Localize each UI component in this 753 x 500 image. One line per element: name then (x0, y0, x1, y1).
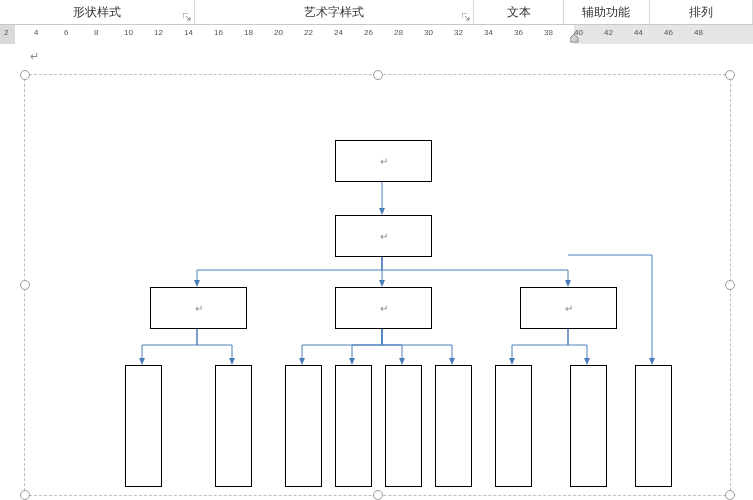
ribbon-group-label: 形状样式 (73, 4, 121, 21)
svg-marker-3 (379, 280, 385, 287)
resize-handle[interactable] (20, 490, 30, 500)
ribbon-group[interactable]: 形状样式 (0, 0, 195, 24)
ruler-tick: 18 (244, 28, 253, 37)
paragraph-mark: ↵ (30, 50, 39, 63)
org-chart-box[interactable]: ↵ (150, 287, 247, 329)
ribbon-group-label: 辅助功能 (582, 4, 630, 21)
box-text: ↵ (380, 303, 388, 314)
svg-marker-9 (399, 358, 405, 365)
resize-handle[interactable] (373, 70, 383, 80)
box-text: ↵ (565, 303, 573, 314)
ruler-tick: 30 (424, 28, 433, 37)
ruler-tick: 42 (604, 28, 613, 37)
ruler-tick: 36 (514, 28, 523, 37)
box-text: ↵ (380, 231, 388, 242)
ruler-tick: 34 (484, 28, 493, 37)
box-text: ↵ (380, 156, 388, 167)
ribbon: 形状样式艺术字样式文本辅助功能排列 (0, 0, 753, 25)
horizontal-ruler: 2468101214161820222426283032343638404244… (0, 25, 753, 46)
org-chart-box[interactable]: ↵ (335, 215, 432, 257)
svg-marker-4 (565, 280, 571, 287)
ribbon-group[interactable]: 辅助功能 (564, 0, 649, 24)
ruler-tick: 20 (274, 28, 283, 37)
svg-marker-8 (349, 358, 355, 365)
ruler-tick: 12 (154, 28, 163, 37)
dialog-launcher-icon[interactable] (462, 13, 470, 21)
ruler-tick: 28 (394, 28, 403, 37)
ruler-tick: 6 (64, 28, 68, 37)
org-chart-box[interactable] (635, 365, 672, 487)
ruler-tick: 32 (454, 28, 463, 37)
ribbon-group-label: 排列 (689, 4, 713, 21)
ruler-tick: 24 (334, 28, 343, 37)
svg-marker-6 (229, 358, 235, 365)
ruler-tick: 38 (544, 28, 553, 37)
ruler-tick: 16 (214, 28, 223, 37)
org-chart-box[interactable] (570, 365, 607, 487)
ruler-tick: 4 (34, 28, 38, 37)
org-chart-box[interactable] (385, 365, 422, 487)
svg-marker-7 (299, 358, 305, 365)
svg-marker-5 (139, 358, 145, 365)
ruler-tick: 46 (664, 28, 673, 37)
ruler-tick: 14 (184, 28, 193, 37)
ruler-tick: 10 (124, 28, 133, 37)
svg-marker-10 (449, 358, 455, 365)
ruler-tick: 2 (4, 28, 8, 37)
ribbon-group-label: 文本 (507, 4, 531, 21)
ribbon-group[interactable]: 排列 (650, 0, 753, 24)
org-chart-box[interactable]: ↵ (335, 140, 432, 182)
box-text: ↵ (195, 303, 203, 314)
ruler-tick: 8 (94, 28, 98, 37)
drawing-canvas[interactable]: ↵↵↵↵↵ (24, 74, 731, 496)
resize-handle[interactable] (725, 490, 735, 500)
ribbon-group-label: 艺术字样式 (304, 4, 364, 21)
resize-handle[interactable] (20, 70, 30, 80)
ribbon-group[interactable]: 艺术字样式 (195, 0, 474, 24)
org-chart-box[interactable] (495, 365, 532, 487)
org-chart-box[interactable]: ↵ (335, 287, 432, 329)
ruler-tick: 26 (364, 28, 373, 37)
svg-marker-12 (584, 358, 590, 365)
ruler-tick: 22 (304, 28, 313, 37)
svg-marker-1 (379, 208, 385, 215)
svg-marker-2 (194, 280, 200, 287)
resize-handle[interactable] (373, 490, 383, 500)
svg-marker-13 (649, 358, 655, 365)
ribbon-group[interactable]: 文本 (474, 0, 564, 24)
org-chart-box[interactable] (435, 365, 472, 487)
dialog-launcher-icon[interactable] (183, 13, 191, 21)
org-chart-box[interactable] (335, 365, 372, 487)
org-chart-box[interactable] (285, 365, 322, 487)
resize-handle[interactable] (20, 280, 30, 290)
ruler-tick: 44 (634, 28, 643, 37)
svg-marker-11 (509, 358, 515, 365)
org-chart-box[interactable]: ↵ (520, 287, 617, 329)
resize-handle[interactable] (725, 70, 735, 80)
org-chart-box[interactable] (125, 365, 162, 487)
document-page: ↵ ↵↵↵↵↵ (0, 44, 753, 500)
resize-handle[interactable] (725, 280, 735, 290)
svg-marker-0 (570, 34, 578, 42)
org-chart-box[interactable] (215, 365, 252, 487)
ruler-tick: 48 (694, 28, 703, 37)
